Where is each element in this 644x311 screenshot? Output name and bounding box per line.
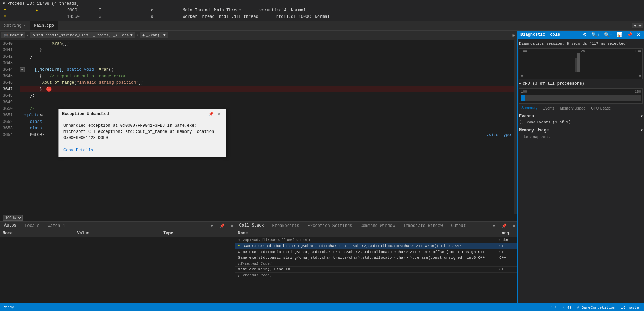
breadcrumb-class[interactable]: ⚙ std::basic_string<_Elem, _Traits, _All… — [30, 32, 135, 38]
lnum-3653: 3653 — [3, 125, 14, 131]
breakpoints-tab[interactable]: Breakpoints — [268, 223, 304, 229]
thread-type-2: Worker Thread — [183, 14, 215, 19]
chart-label-bottom-right: 0 — [639, 74, 641, 78]
tab-xstring[interactable]: xstring ✕ — [0, 21, 30, 30]
cpu-bar-section: 100 100 — [519, 88, 643, 104]
cs-lang-0: Unkn — [496, 237, 517, 243]
thread-priority-2: Normal — [315, 14, 342, 19]
tab-maincpp-label: Main.cpp — [34, 23, 54, 28]
diag-close-btn[interactable]: ✕ — [636, 32, 641, 37]
code-area: 🎮 Game ▼ › ⚙ std::basic_string<_Elem, _T… — [0, 31, 517, 304]
command-window-tab[interactable]: Command Window — [356, 223, 399, 229]
code-content: _Xran(); } } − — [17, 40, 514, 214]
callstack-tab[interactable]: Call Stack — [235, 222, 268, 229]
breadcrumb-game-icon: 🎮 — [4, 33, 9, 37]
callstack-panel: Call Stack Breakpoints Exception Setting… — [235, 222, 517, 304]
split-editor-btn[interactable]: ⊞ — [512, 33, 516, 38]
cs-lang-2: C++ — [496, 249, 517, 255]
autos-content: Name Value Type — [0, 230, 235, 304]
tab-xstring-close[interactable]: ✕ — [23, 24, 25, 28]
watch1-tab[interactable]: Watch 1 — [44, 223, 69, 229]
thread-extra-1: 0 — [99, 8, 126, 13]
memory-section-header[interactable]: Memory Usage ▼ — [519, 127, 643, 134]
thread-row-1: ▼ ◆ 9900 0 ⚙ Main Thread Main Thread vcr… — [1, 7, 643, 13]
copy-details-link[interactable]: Copy Details — [63, 148, 93, 153]
diag-title-bar: Diagnostic Tools ⚙ 🔍+ 🔍− 📊 📌 ✕ — [518, 31, 644, 39]
autos-dropdown-btn[interactable]: ▼ — [209, 223, 215, 229]
process-collapse[interactable]: ▼ — [3, 1, 5, 6]
lnum-3654: 3654 — [3, 131, 14, 138]
cs-row-extern-1: [External Code] — [235, 261, 517, 267]
autos-close-btn[interactable]: ✕ — [229, 223, 235, 229]
status-item-0: ↑ 1 — [550, 305, 557, 309]
thread-label-1: Main Thread — [214, 8, 242, 13]
diag-settings-btn[interactable]: ⚙ — [582, 32, 588, 37]
cpu-right-label: 100 — [635, 90, 641, 94]
collapse-btn-3644[interactable]: − — [20, 67, 25, 72]
events-icon: ⟨⟩ — [519, 119, 524, 125]
diag-tab-memory[interactable]: Memory Usage — [558, 105, 588, 111]
cs-name-1: ➤ Game.exe!std::basic_string<char,std::c… — [235, 243, 496, 249]
breadcrumb-sep2: › — [137, 33, 139, 37]
cs-name-2: Game.exe!std::basic_string<char,std::cha… — [235, 249, 496, 255]
diag-zoom-in-btn[interactable]: 🔍+ — [590, 32, 600, 37]
breadcrumb-game[interactable]: 🎮 Game ▼ — [1, 32, 25, 38]
thread-arrow-2: ▼ — [4, 15, 32, 19]
thread-diamond-1: ◆ — [36, 8, 63, 12]
immediate-window-tab[interactable]: Immediate Window — [399, 223, 447, 229]
thread-icon-main: ⚙ — [151, 8, 178, 13]
dialog-body: Unhandled exception at 0x00007FF9041F3FB… — [59, 119, 226, 157]
callstack-table: Name Lang msvcp140d.dll!00007ff8e6fe74e9… — [235, 230, 517, 278]
thread-id-2: 14560 — [67, 14, 95, 19]
diag-pin-btn[interactable]: 📌 — [626, 32, 633, 37]
cs-row-4: Game.exe!main() Line 18 C++ — [235, 267, 517, 273]
diag-panel: Diagnostic Tools ⚙ 🔍+ 🔍− 📊 📌 ✕ Diagnosti… — [517, 31, 644, 304]
autos-pin-btn[interactable]: 📌 — [218, 223, 226, 229]
cs-extern-1: [External Code] — [235, 261, 517, 267]
lnum-3649: 3649 — [3, 99, 14, 105]
tab-maincpp[interactable]: Main.cpp — [30, 21, 58, 30]
pin-icon[interactable]: 📌 — [209, 112, 214, 117]
diag-zoom-out-btn[interactable]: 🔍− — [603, 32, 613, 37]
thread-label-2: ntdll.dll thread — [219, 14, 258, 19]
autos-tab[interactable]: Autos — [0, 222, 21, 229]
locals-tab[interactable]: Locals — [21, 223, 44, 229]
status-item-2: ⚡ GameCompetition — [577, 305, 616, 310]
autos-tab-bar: Autos Locals Watch 1 ▼ 📌 ✕ — [0, 222, 235, 230]
code-line-3648: }; — [20, 92, 514, 99]
diag-timeline-chart: 100 0 100 0 2s — [519, 48, 643, 79]
diag-tab-cpu[interactable]: CPU Usage — [589, 105, 613, 111]
chart-label-time: 2s — [581, 49, 585, 53]
thread-type-1: Main Thread — [183, 8, 210, 13]
diag-chart-btn[interactable]: 📊 — [616, 32, 623, 37]
events-show-row[interactable]: ⟨⟩ Show Events (1 of 1) — [519, 119, 643, 125]
tab-dropdown[interactable]: ▼ — [632, 23, 643, 28]
zoom-select[interactable]: 100 % — [3, 215, 23, 221]
cs-row-1: ➤ Game.exe!std::basic_string<char,std::c… — [235, 243, 517, 249]
cs-name-0: msvcp140d.dll!00007ff8e6fe74e9() — [235, 237, 496, 243]
diag-tab-events[interactable]: Events — [541, 105, 557, 111]
breadcrumb-fn[interactable]: ◆ _Xran() ▼ — [140, 32, 168, 38]
callstack-pin-btn[interactable]: 📌 — [500, 223, 508, 229]
dialog-close-btn[interactable]: ✕ — [216, 111, 223, 117]
cpu-bar-fill — [521, 95, 525, 101]
exception-settings-tab[interactable]: Exception Settings — [304, 223, 356, 229]
events-collapse[interactable]: ▼ — [641, 115, 643, 118]
cpu-collapse-triangle: ▼ — [519, 82, 521, 86]
autos-panel-icons: ▼ 📌 ✕ — [209, 223, 235, 229]
lnum-3644: 3644 — [3, 66, 14, 73]
code-line-3647: ➤ } ⛔ — [20, 86, 514, 92]
callstack-close-btn[interactable]: ✕ — [511, 223, 517, 229]
diag-tab-summary[interactable]: Summary — [519, 105, 539, 111]
cpu-section-header[interactable]: ▼ CPU (% of all processors) — [519, 81, 643, 87]
events-show-label: Show Events (1 of 1) — [525, 120, 571, 124]
memory-content: Take Snapshot... — [519, 134, 643, 140]
callstack-dropdown-btn[interactable]: ▼ — [491, 223, 497, 229]
breadcrumb-fn-icon: ◆ — [142, 33, 145, 37]
diag-title-icons: ⚙ 🔍+ 🔍− 📊 📌 ✕ — [582, 32, 641, 37]
memory-label: Memory Usage — [519, 128, 549, 133]
diag-title-label: Diagnostic Tools — [520, 32, 560, 37]
code-scrollbar[interactable] — [514, 40, 517, 214]
cs-extern-2: [External Code] — [235, 273, 517, 278]
output-tab[interactable]: Output — [447, 223, 470, 229]
